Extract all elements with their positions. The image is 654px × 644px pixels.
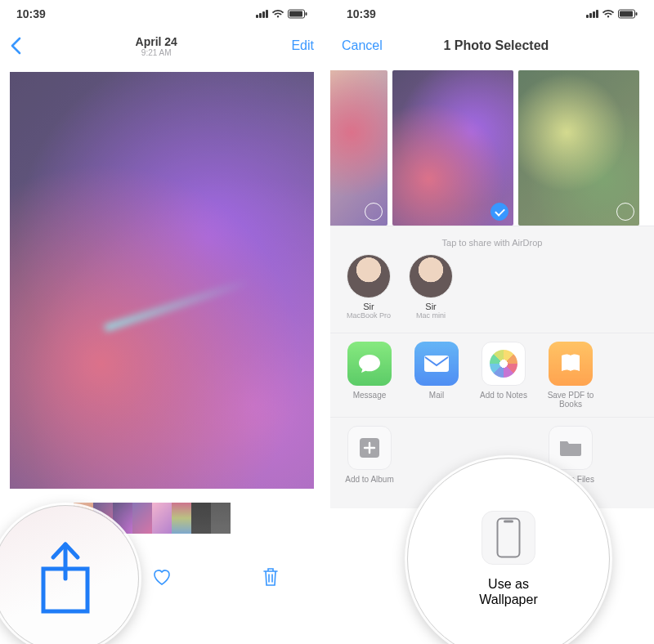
battery-icon bbox=[618, 9, 638, 19]
status-time: 10:39 bbox=[347, 7, 376, 20]
svg-rect-4 bbox=[620, 11, 633, 17]
svg-rect-1 bbox=[289, 11, 302, 17]
nav-title: April 24 bbox=[21, 35, 291, 48]
select-ring-icon[interactable] bbox=[365, 203, 383, 221]
battery-icon bbox=[288, 9, 307, 19]
nav-bar: April 24 9:21 AM Edit bbox=[0, 28, 324, 64]
share-app-message[interactable]: Message bbox=[342, 342, 397, 409]
status-time: 10:39 bbox=[16, 7, 46, 20]
selectable-photo[interactable] bbox=[392, 70, 513, 226]
svg-rect-6 bbox=[424, 356, 449, 372]
share-app-mail[interactable]: Mail bbox=[409, 342, 464, 409]
share-icon bbox=[35, 536, 96, 621]
avatar bbox=[409, 254, 453, 298]
action-add-to-album[interactable]: Add to Album bbox=[342, 426, 397, 484]
photo-preview[interactable] bbox=[10, 72, 314, 489]
use-as-wallpaper-icon[interactable] bbox=[482, 511, 535, 565]
share-app-books[interactable]: Save PDF to Books bbox=[543, 342, 598, 409]
trash-button[interactable] bbox=[262, 566, 280, 591]
status-indicators bbox=[586, 9, 638, 19]
thumbnail[interactable] bbox=[211, 503, 231, 534]
add-to-album-icon bbox=[347, 426, 392, 470]
folder-icon bbox=[549, 426, 593, 470]
favorite-button[interactable] bbox=[151, 567, 172, 590]
action-label: Add to Album bbox=[342, 475, 397, 484]
avatar bbox=[347, 254, 391, 298]
cellular-icon bbox=[586, 10, 598, 18]
status-indicators bbox=[256, 9, 307, 19]
airdrop-device: Mac mini bbox=[409, 311, 453, 320]
selectable-photo[interactable] bbox=[518, 70, 639, 226]
selected-check-icon[interactable] bbox=[490, 203, 508, 221]
svg-rect-5 bbox=[636, 12, 638, 16]
thumbnail[interactable] bbox=[152, 503, 172, 534]
messages-icon bbox=[347, 342, 392, 386]
selection-thumbnails[interactable] bbox=[330, 64, 654, 226]
selectable-photo[interactable] bbox=[330, 70, 387, 226]
edit-button[interactable]: Edit bbox=[291, 38, 314, 53]
airdrop-row: Sir MacBook Pro Sir Mac mini bbox=[330, 254, 654, 333]
thumbnail[interactable] bbox=[191, 503, 211, 534]
airdrop-device: MacBook Pro bbox=[347, 311, 391, 320]
select-ring-icon[interactable] bbox=[616, 203, 634, 221]
airdrop-target[interactable]: Sir MacBook Pro bbox=[347, 254, 391, 320]
airdrop-hint: Tap to share with AirDrop bbox=[330, 233, 654, 254]
cellular-icon bbox=[256, 10, 268, 18]
mail-icon bbox=[414, 342, 459, 386]
status-bar: 10:39 bbox=[330, 0, 654, 28]
books-icon bbox=[549, 342, 593, 386]
photos-icon bbox=[482, 342, 526, 386]
nav-title-group: April 24 9:21 AM bbox=[21, 35, 291, 57]
wifi-icon bbox=[602, 9, 615, 19]
wifi-icon bbox=[271, 9, 284, 19]
wallpaper-callout-label: Use asWallpaper bbox=[479, 576, 537, 607]
thumbnail[interactable] bbox=[172, 503, 191, 534]
share-apps-row: Message Mail Add to Notes bbox=[330, 333, 654, 417]
airdrop-name: Sir bbox=[409, 302, 453, 311]
back-button[interactable] bbox=[10, 37, 21, 55]
app-label: Save PDF to Books bbox=[543, 391, 598, 409]
thumbnail[interactable] bbox=[132, 503, 152, 534]
airdrop-target[interactable]: Sir Mac mini bbox=[409, 254, 453, 320]
status-bar: 10:39 bbox=[0, 0, 324, 28]
svg-rect-10 bbox=[504, 520, 513, 522]
app-label: Message bbox=[342, 391, 397, 400]
share-title: 1 Photo Selected bbox=[350, 38, 643, 53]
svg-rect-9 bbox=[498, 518, 520, 557]
svg-rect-2 bbox=[306, 12, 307, 16]
nav-subtitle: 9:21 AM bbox=[21, 48, 291, 57]
app-label: Mail bbox=[409, 391, 464, 400]
airdrop-name: Sir bbox=[347, 302, 391, 311]
share-app-notes[interactable]: Add to Notes bbox=[476, 342, 531, 409]
share-nav: Cancel 1 Photo Selected bbox=[330, 28, 654, 64]
app-label: Add to Notes bbox=[476, 391, 531, 400]
